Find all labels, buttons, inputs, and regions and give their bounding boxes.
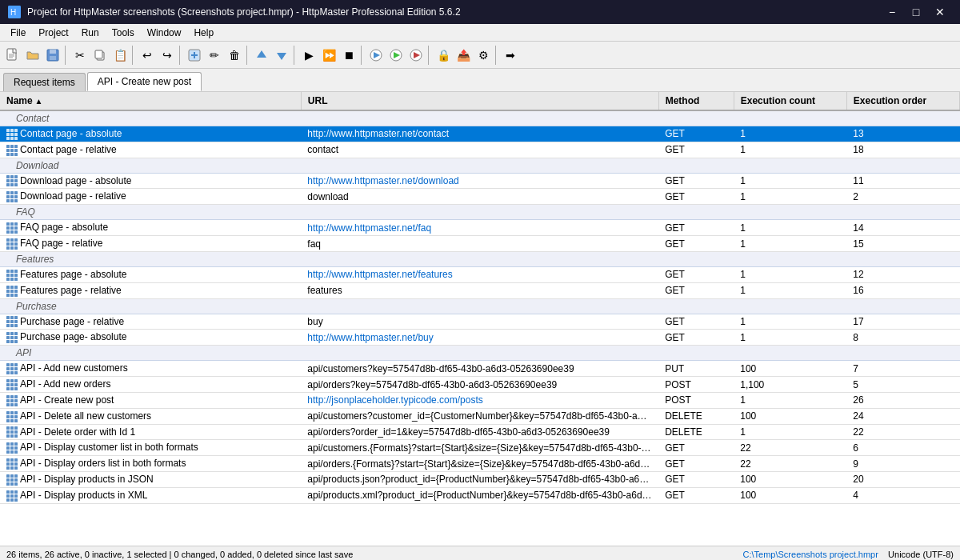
separator-1 (65, 46, 68, 65)
svg-rect-7 (50, 50, 56, 54)
table-row[interactable]: API - Display orders list in both format… (0, 456, 960, 472)
cell-url: http://jsonplaceholder.typicode.com/post… (301, 392, 658, 408)
table-row[interactable]: Purchase page - relativebuyGET117 (0, 314, 960, 330)
move-up-button[interactable] (252, 46, 271, 65)
table-row[interactable]: FAQ page - absolutehttp://www.httpmaster… (0, 220, 960, 236)
maximize-button[interactable]: □ (904, 0, 928, 24)
save-button[interactable] (43, 46, 62, 65)
run-single-button[interactable] (366, 46, 386, 65)
cell-url: api/products.xml?product_id={ProductNumb… (301, 487, 658, 503)
tab-api-create-post[interactable]: API - Create new post (87, 72, 202, 91)
table-row[interactable]: API - Create new posthttp://jsonplacehol… (0, 392, 960, 408)
cell-name: API - Display orders list in both format… (0, 456, 301, 472)
table-group-header: FAQ (0, 205, 960, 220)
cell-name: API - Add new customers (0, 361, 301, 377)
cell-url: http://www.httpmaster.net/buy (301, 330, 658, 346)
cell-exec-count: 100 (734, 472, 846, 488)
cell-url: http://www.httpmaster.net/contact (301, 126, 658, 142)
group-label: API (0, 346, 960, 361)
copy-button[interactable] (90, 46, 110, 65)
delete-button[interactable]: 🗑 (225, 46, 244, 65)
table-group-header: API (0, 346, 960, 361)
menu-help[interactable]: Help (187, 26, 220, 40)
separator-7 (428, 46, 431, 65)
table-row[interactable]: Contact page - absolutehttp://www.httpma… (0, 126, 960, 142)
cell-exec-count: 1 (734, 266, 846, 282)
cell-exec-count: 1 (734, 314, 846, 330)
menu-window[interactable]: Window (141, 26, 188, 40)
help-toolbar-button[interactable]: ➡ (501, 46, 520, 65)
tab-request-items[interactable]: Request items (3, 73, 86, 91)
table-row[interactable]: API - Add new customersapi/customers?key… (0, 361, 960, 377)
run-button[interactable]: ▶ (299, 46, 318, 65)
minimize-button[interactable]: − (880, 0, 904, 24)
close-button[interactable]: ✕ (928, 0, 952, 24)
cell-exec-order: 8 (846, 330, 959, 346)
table-row[interactable]: Contact page - relativecontactGET118 (0, 142, 960, 158)
move-down-button[interactable] (272, 46, 291, 65)
table-group-header: Features (0, 251, 960, 266)
separator-6 (361, 46, 364, 65)
table-group-header: Download (0, 158, 960, 173)
table-row[interactable]: API - Display products in XMLapi/product… (0, 487, 960, 503)
svg-rect-10 (95, 50, 102, 58)
open-button[interactable] (23, 46, 42, 65)
col-header-exec-order[interactable]: Execution order (846, 92, 959, 110)
undo-button[interactable]: ↩ (138, 46, 157, 65)
col-header-name[interactable]: Name (0, 92, 301, 110)
table-row[interactable]: Features page - relativefeaturesGET116 (0, 282, 960, 298)
table-row[interactable]: Download page - relativedownloadGET12 (0, 189, 960, 205)
run-all-button[interactable]: ⏩ (319, 46, 338, 65)
cell-exec-count: 22 (734, 456, 846, 472)
cell-exec-count: 1 (734, 330, 846, 346)
menu-project[interactable]: Project (32, 26, 74, 40)
col-header-exec-count[interactable]: Execution count (734, 92, 846, 110)
settings-button[interactable]: ⚙ (474, 46, 493, 65)
cut-button[interactable]: ✂ (70, 46, 90, 65)
table-container[interactable]: Name URL Method Execution count Executio… (0, 92, 960, 546)
cell-method: GET (658, 126, 734, 142)
cell-exec-order: 15 (846, 236, 959, 252)
cell-exec-order: 2 (846, 189, 959, 205)
redo-button[interactable]: ↪ (158, 46, 177, 65)
new-button[interactable] (3, 46, 22, 65)
table-row[interactable]: Purchase page- absolutehttp://www.httpma… (0, 330, 960, 346)
cell-name: Features page - relative (0, 282, 301, 298)
col-header-url[interactable]: URL (301, 92, 658, 110)
run-selected-button[interactable] (386, 46, 406, 65)
cell-url: api/products.json?product_id={ProductNum… (301, 472, 658, 488)
request-table: Name URL Method Execution count Executio… (0, 92, 960, 504)
cell-exec-order: 18 (846, 142, 959, 158)
export-button[interactable]: 📤 (454, 46, 473, 65)
schedule-button[interactable]: 🔒 (434, 46, 453, 65)
stop-button[interactable]: ⏹ (339, 46, 358, 65)
table-row[interactable]: API - Delete all new customersapi/custom… (0, 408, 960, 424)
table-row[interactable]: API - Add new ordersapi/orders?key=57547… (0, 377, 960, 393)
menu-tools[interactable]: Tools (106, 26, 141, 40)
separator-3 (179, 46, 182, 65)
group-label: Purchase (0, 298, 960, 314)
table-row[interactable]: API - Display customer list in both form… (0, 440, 960, 456)
cell-exec-order: 7 (846, 361, 959, 377)
table-row[interactable]: Download page - absolutehttp://www.httpm… (0, 173, 960, 189)
table-row[interactable]: API - Display products in JSONapi/produc… (0, 472, 960, 488)
file-path[interactable]: C:\Temp\Screenshots project.hmpr (743, 550, 878, 559)
cell-exec-order: 4 (846, 487, 959, 503)
menu-run[interactable]: Run (75, 26, 106, 40)
table-row[interactable]: Features page - absolutehttp://www.httpm… (0, 266, 960, 282)
menu-file[interactable]: File (4, 26, 32, 40)
cell-exec-order: 14 (846, 220, 959, 236)
separator-4 (246, 46, 250, 65)
svg-marker-14 (257, 50, 266, 58)
cell-method: GET (658, 142, 734, 158)
status-right[interactable]: C:\Temp\Screenshots project.hmpr Unicode… (743, 550, 954, 559)
separator-2 (132, 46, 135, 65)
cell-exec-count: 1 (734, 236, 846, 252)
table-row[interactable]: FAQ page - relativefaqGET115 (0, 236, 960, 252)
edit-button[interactable]: ✏ (205, 46, 224, 65)
run-checked-button[interactable] (406, 46, 426, 65)
table-row[interactable]: API - Delete order with Id 1api/orders?o… (0, 424, 960, 440)
paste-button[interactable]: 📋 (110, 46, 130, 65)
col-header-method[interactable]: Method (658, 92, 734, 110)
add-button[interactable] (185, 46, 204, 65)
